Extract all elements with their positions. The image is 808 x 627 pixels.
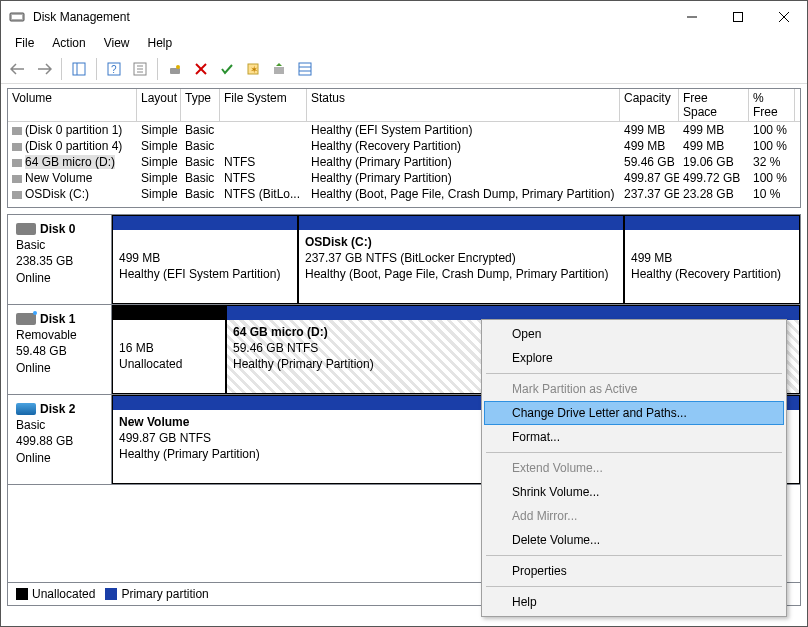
table-row[interactable]: OSDisk (C:) SimpleBasic NTFS (BitLo...He… (8, 186, 800, 202)
legend-swatch-primary (105, 588, 117, 600)
menubar: File Action View Help (1, 32, 807, 54)
rescan-icon[interactable] (268, 58, 290, 80)
window-title: Disk Management (33, 10, 669, 24)
col-type[interactable]: Type (181, 89, 220, 121)
volume-icon (12, 127, 22, 135)
svg-rect-21 (299, 63, 311, 75)
forward-button[interactable] (33, 58, 55, 80)
table-row[interactable]: (Disk 0 partition 4) SimpleBasic Healthy… (8, 138, 800, 154)
partition-unallocated[interactable]: 16 MBUnallocated (112, 305, 226, 394)
partition[interactable]: OSDisk (C:)237.37 GB NTFS (BitLocker Enc… (298, 215, 624, 304)
svg-rect-6 (73, 63, 85, 75)
disk-label[interactable]: Disk 0 Basic238.35 GBOnline (8, 215, 112, 304)
col-filesystem[interactable]: File System (220, 89, 307, 121)
ctx-format[interactable]: Format... (484, 425, 784, 449)
app-icon (9, 9, 25, 25)
ctx-mark-active: Mark Partition as Active (484, 377, 784, 401)
col-status[interactable]: Status (307, 89, 620, 121)
show-hide-tree-button[interactable] (68, 58, 90, 80)
menu-action[interactable]: Action (44, 34, 93, 52)
partition[interactable]: 499 MBHealthy (Recovery Partition) (624, 215, 800, 304)
ctx-mirror: Add Mirror... (484, 504, 784, 528)
legend-swatch-unallocated (16, 588, 28, 600)
svg-rect-3 (734, 12, 743, 21)
svg-point-15 (176, 65, 180, 69)
table-row[interactable]: (Disk 0 partition 1) SimpleBasic Healthy… (8, 122, 800, 138)
col-capacity[interactable]: Capacity (620, 89, 679, 121)
disk-icon (16, 313, 36, 325)
refresh-button[interactable] (164, 58, 186, 80)
volume-icon (12, 143, 22, 151)
volume-icon (12, 159, 22, 167)
partition[interactable]: 499 MBHealthy (EFI System Partition) (112, 215, 298, 304)
check-icon[interactable] (216, 58, 238, 80)
list-icon[interactable] (294, 58, 316, 80)
minimize-button[interactable] (669, 1, 715, 32)
svg-text:?: ? (111, 64, 117, 75)
col-volume[interactable]: Volume (8, 89, 137, 121)
svg-rect-20 (274, 67, 284, 74)
ctx-extend: Extend Volume... (484, 456, 784, 480)
table-row[interactable]: New Volume SimpleBasic NTFSHealthy (Prim… (8, 170, 800, 186)
ctx-help[interactable]: Help (484, 590, 784, 614)
disk-label[interactable]: Disk 1 Removable59.48 GBOnline (8, 305, 112, 394)
ctx-delete[interactable]: Delete Volume... (484, 528, 784, 552)
help-button[interactable]: ? (103, 58, 125, 80)
table-header: Volume Layout Type File System Status Ca… (8, 89, 800, 122)
disk-icon (16, 403, 36, 415)
disk-icon (16, 223, 36, 235)
toolbar: ? ✶ (1, 54, 807, 84)
disk-row: Disk 0 Basic238.35 GBOnline 499 MBHealth… (8, 215, 800, 305)
volume-icon (12, 175, 22, 183)
settings-button[interactable] (129, 58, 151, 80)
volume-icon (12, 191, 22, 199)
col-pctfree[interactable]: % Free (749, 89, 795, 121)
menu-view[interactable]: View (96, 34, 138, 52)
maximize-button[interactable] (715, 1, 761, 32)
svg-rect-1 (12, 15, 22, 19)
titlebar: Disk Management (1, 1, 807, 32)
col-free[interactable]: Free Space (679, 89, 749, 121)
context-menu: Open Explore Mark Partition as Active Ch… (481, 319, 787, 617)
menu-help[interactable]: Help (140, 34, 181, 52)
ctx-explore[interactable]: Explore (484, 346, 784, 370)
ctx-change-letter[interactable]: Change Drive Letter and Paths... (484, 401, 784, 425)
volume-list: Volume Layout Type File System Status Ca… (7, 88, 801, 208)
close-button[interactable] (761, 1, 807, 32)
ctx-properties[interactable]: Properties (484, 559, 784, 583)
delete-icon[interactable] (190, 58, 212, 80)
ctx-shrink[interactable]: Shrink Volume... (484, 480, 784, 504)
ctx-open[interactable]: Open (484, 322, 784, 346)
new-icon[interactable]: ✶ (242, 58, 264, 80)
svg-text:✶: ✶ (250, 64, 258, 75)
col-layout[interactable]: Layout (137, 89, 181, 121)
menu-file[interactable]: File (7, 34, 42, 52)
table-row[interactable]: 64 GB micro (D:) SimpleBasic NTFSHealthy… (8, 154, 800, 170)
disk-label[interactable]: Disk 2 Basic499.88 GBOnline (8, 395, 112, 484)
back-button[interactable] (7, 58, 29, 80)
